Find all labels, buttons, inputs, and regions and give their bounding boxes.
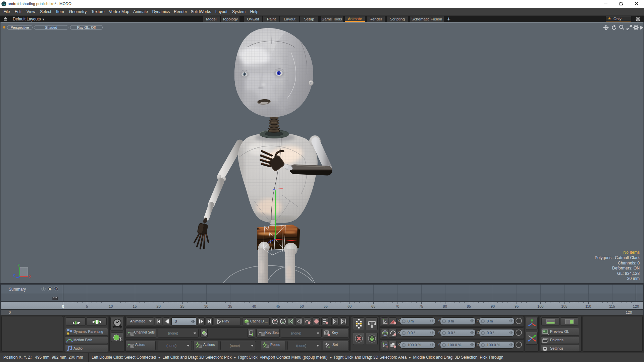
svg-text:X: X: [29, 275, 32, 279]
svg-text:GL: 834,128: GL: 834,128: [617, 271, 640, 276]
svg-text:Deformers: ON: Deformers: ON: [612, 266, 640, 270]
svg-text:Z: Z: [13, 274, 15, 278]
svg-text:Channels: 0: Channels: 0: [618, 261, 640, 265]
svg-text:No Items: No Items: [623, 250, 640, 255]
svg-text:Y: Y: [17, 263, 20, 267]
svg-text:Polygons : Catmull-Clark: Polygons : Catmull-Clark: [595, 255, 640, 260]
svg-text:20 mm: 20 mm: [627, 276, 640, 281]
